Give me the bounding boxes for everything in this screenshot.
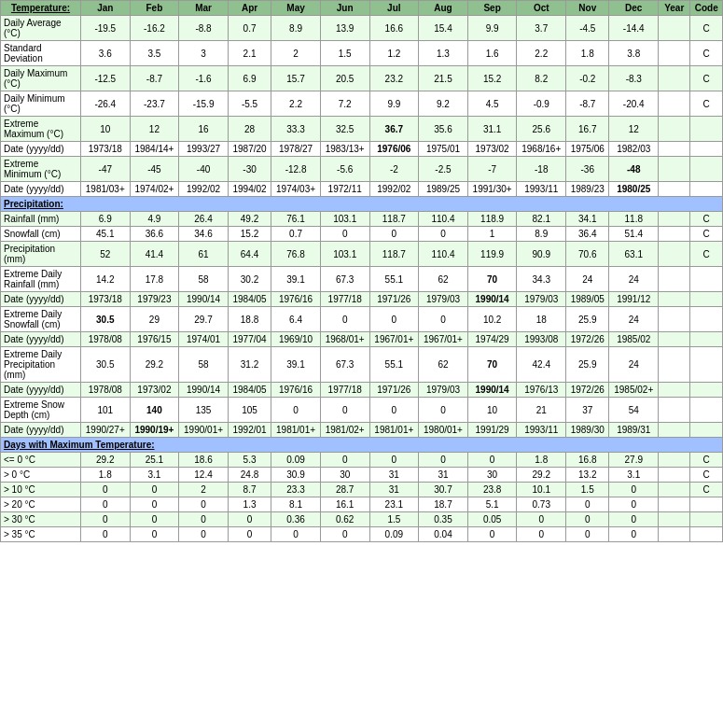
cell-1-11: 3.8 xyxy=(609,41,659,66)
cell-3-9: 34.3 xyxy=(517,267,566,292)
cell-3-13: C xyxy=(690,91,723,117)
cell-5-13 xyxy=(690,307,723,332)
cell-10-1: 1990/19+ xyxy=(130,423,179,438)
cell-7-12 xyxy=(659,182,690,197)
cell-6-9: 1993/08 xyxy=(517,332,566,347)
aug-header: Aug xyxy=(419,1,468,16)
cell-1-5: 1.5 xyxy=(320,41,369,66)
cell-8-2: 1990/14 xyxy=(179,383,229,398)
cell-2-4: 76.8 xyxy=(271,242,321,267)
year-header: Year xyxy=(659,1,690,16)
cell-1-8: 1.6 xyxy=(467,41,517,66)
cell-3-0: 0 xyxy=(80,497,130,512)
cell-3-1: 17.8 xyxy=(130,267,179,292)
cell-2-13: C xyxy=(690,242,723,267)
cell-10-5: 1981/02+ xyxy=(320,423,369,438)
cell-4-5: 32.5 xyxy=(320,117,369,142)
cell-1-3: 24.8 xyxy=(228,468,271,483)
cell-9-6: 0 xyxy=(369,398,419,423)
cell-2-7: 110.4 xyxy=(419,242,468,267)
cell-5-5: 0 xyxy=(320,307,369,332)
cell-6-2: 1974/01 xyxy=(179,332,229,347)
cell-1-7: 0 xyxy=(419,227,468,242)
cell-3-5: 16.1 xyxy=(320,497,369,512)
temperature-header: Temperature: xyxy=(1,1,81,16)
cell-5-11: 1982/03 xyxy=(609,142,659,157)
cell-0-4: 76.1 xyxy=(271,212,321,227)
oct-header: Oct xyxy=(517,1,566,16)
cell-5-4: 1978/27 xyxy=(271,142,321,157)
row-label-7: Extreme Daily Precipitation (mm) xyxy=(1,347,81,383)
cell-6-11: 1985/02 xyxy=(609,332,659,347)
cell-7-9: 42.4 xyxy=(517,347,566,383)
cell-8-13 xyxy=(690,383,723,398)
cell-5-5: 1983/13+ xyxy=(320,142,369,157)
cell-5-7: 0 xyxy=(419,307,468,332)
cell-5-3: 18.8 xyxy=(228,307,271,332)
cell-2-7: 21.5 xyxy=(419,66,468,91)
cell-3-0: -26.4 xyxy=(80,91,130,117)
cell-1-10: 1.8 xyxy=(566,41,609,66)
sep-header: Sep xyxy=(467,1,517,16)
cell-4-1: 12 xyxy=(130,117,179,142)
cell-0-13: C xyxy=(690,453,723,468)
cell-4-8: 1990/14 xyxy=(467,292,517,307)
cell-8-5: 1977/18 xyxy=(320,383,369,398)
cell-9-4: 0 xyxy=(271,398,321,423)
cell-5-2: 1993/27 xyxy=(179,142,229,157)
cell-8-6: 1971/26 xyxy=(369,383,419,398)
cell-8-11: 1985/02+ xyxy=(609,383,659,398)
cell-6-8: -7 xyxy=(467,157,517,182)
cell-3-9: 0.73 xyxy=(517,497,566,512)
row-label-9: Extreme Snow Depth (cm) xyxy=(1,398,81,423)
cell-9-10: 37 xyxy=(566,398,609,423)
cell-2-8: 23.8 xyxy=(467,483,517,497)
cell-4-7: 35.6 xyxy=(419,117,468,142)
cell-5-12 xyxy=(659,527,690,542)
cell-4-1: 0 xyxy=(130,512,179,527)
cell-5-10: 25.9 xyxy=(566,307,609,332)
cell-4-13 xyxy=(690,512,723,527)
cell-3-2: 58 xyxy=(179,267,229,292)
cell-1-13: C xyxy=(690,468,723,483)
cell-10-12 xyxy=(659,423,690,438)
row-label-0: Daily Average (°C) xyxy=(1,16,81,41)
cell-3-9: -0.9 xyxy=(517,91,566,117)
cell-2-11: 0 xyxy=(609,483,659,497)
cell-9-5: 0 xyxy=(320,398,369,423)
cell-2-5: 28.7 xyxy=(320,483,369,497)
cell-5-11: 24 xyxy=(609,307,659,332)
cell-3-7: 9.2 xyxy=(419,91,468,117)
cell-2-8: 119.9 xyxy=(467,242,517,267)
cell-0-5: 0 xyxy=(320,453,369,468)
cell-2-13: C xyxy=(690,483,723,497)
row-label-2: Daily Maximum (°C) xyxy=(1,66,81,91)
row-label-0: <= 0 °C xyxy=(1,453,81,468)
cell-0-5: 103.1 xyxy=(320,212,369,227)
cell-7-10: 25.9 xyxy=(566,347,609,383)
code-header: Code xyxy=(690,1,723,16)
cell-6-10: -36 xyxy=(566,157,609,182)
cell-8-1: 1973/02 xyxy=(130,383,179,398)
cell-5-0: 1973/18 xyxy=(80,142,130,157)
cell-4-4: 0.36 xyxy=(271,512,321,527)
cell-4-9: 1979/03 xyxy=(517,292,566,307)
cell-4-5: 0.62 xyxy=(320,512,369,527)
cell-6-12 xyxy=(659,332,690,347)
cell-4-10: 16.7 xyxy=(566,117,609,142)
cell-1-3: 15.2 xyxy=(228,227,271,242)
cell-1-1: 3.1 xyxy=(130,468,179,483)
cell-1-12 xyxy=(659,468,690,483)
cell-3-2: -15.9 xyxy=(179,91,229,117)
cell-1-2: 3 xyxy=(179,41,229,66)
cell-10-11: 1989/31 xyxy=(609,423,659,438)
cell-1-9: 2.2 xyxy=(517,41,566,66)
cell-7-1: 29.2 xyxy=(130,347,179,383)
cell-2-7: 30.7 xyxy=(419,483,468,497)
row-label-1: > 0 °C xyxy=(1,468,81,483)
cell-4-7: 0.35 xyxy=(419,512,468,527)
jul-header: Jul xyxy=(369,1,419,16)
cell-5-8: 0 xyxy=(467,527,517,542)
cell-10-9: 1993/11 xyxy=(517,423,566,438)
row-label-4: > 30 °C xyxy=(1,512,81,527)
